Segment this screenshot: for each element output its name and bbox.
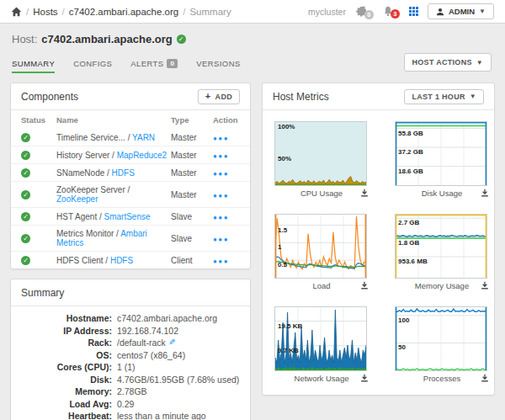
- service-link[interactable]: ZooKeeper: [56, 194, 98, 204]
- status-started-icon: ✓: [21, 168, 30, 178]
- plus-icon: +: [205, 93, 211, 100]
- summary-field: IP Address:192.168.74.102: [21, 325, 240, 338]
- breadcrumb-host[interactable]: c7402.ambari.apache.org: [69, 7, 178, 17]
- summary-field: Load Avg:0.29: [21, 398, 240, 411]
- download-icon[interactable]: [360, 374, 369, 382]
- status-started-icon: ✓: [21, 212, 30, 221]
- chevron-down-icon: ▼: [476, 59, 483, 66]
- service-link[interactable]: HDFS: [112, 168, 135, 178]
- tab-bar: SUMMARYCONFIGSALERTS0VERSIONS HOST ACTIO…: [12, 53, 493, 73]
- tab-alerts[interactable]: ALERTS0: [130, 59, 178, 73]
- status-started-icon: ✓: [21, 151, 30, 160]
- component-type: Master: [171, 164, 213, 182]
- host-actions-button[interactable]: HOST ACTIONS▼: [404, 53, 492, 72]
- tab-summary[interactable]: SUMMARY: [12, 59, 55, 73]
- component-type: Slave: [171, 226, 213, 252]
- user-icon: [436, 8, 444, 16]
- component-type: Master: [171, 182, 213, 208]
- service-link[interactable]: MapReduce2: [117, 151, 167, 160]
- summary-field: Cores (CPU):1 (1): [21, 361, 240, 374]
- tab-badge: 0: [167, 59, 178, 68]
- host-metrics-panel: Host Metrics LAST 1 HOUR▼ 100%50%CPU Usa…: [262, 82, 495, 396]
- component-actions-menu[interactable]: ●●●: [213, 214, 229, 221]
- field-label: Cores (CPU):: [21, 361, 117, 374]
- component-type: Master: [171, 129, 213, 146]
- download-icon[interactable]: [481, 281, 489, 290]
- download-icon[interactable]: [481, 189, 489, 197]
- service-link[interactable]: YARN: [132, 133, 155, 142]
- admin-menu-button[interactable]: ADMIN ▼: [428, 3, 494, 19]
- chart-title: CPU Usage: [300, 189, 343, 198]
- tab-versions[interactable]: VERSIONS: [196, 59, 240, 73]
- summary-field: Hostname:c7402.ambari.apache.org: [21, 312, 240, 325]
- field-label: Rack:: [21, 337, 117, 349]
- alerts-notifications-button[interactable]: 3: [383, 6, 400, 17]
- chart-plot[interactable]: 100%50%: [274, 121, 367, 186]
- component-actions-menu[interactable]: ●●●: [213, 236, 229, 243]
- summary-panel: Summary Hostname:c7402.ambari.apache.org…: [10, 279, 251, 420]
- add-component-button[interactable]: + ADD: [198, 89, 240, 104]
- chart-disk-usage: 55.8 GB37.2 GB18.6 GBDisk Usage: [395, 121, 489, 199]
- views-grid-icon[interactable]: [409, 7, 418, 16]
- operations-badge: 0: [364, 10, 374, 19]
- field-value: centos7 (x86_64): [117, 349, 185, 362]
- chart-cpu-usage: 100%50%CPU Usage: [274, 121, 369, 199]
- component-row: ✓Metrics Monitor / Ambari MetricsSlave●●…: [11, 226, 250, 252]
- time-range-button[interactable]: LAST 1 HOUR▼: [404, 89, 484, 104]
- breadcrumb-current: Summary: [189, 7, 231, 17]
- chart-plot[interactable]: 10050: [395, 306, 487, 371]
- component-name: Metrics Monitor /: [56, 229, 120, 238]
- field-value: 4.76GB/61.95GB (7.68% used): [117, 374, 239, 386]
- component-row: ✓HDFS Client / HDFSClient●●●: [11, 252, 250, 269]
- chart-plot[interactable]: 19.5 KB9.7 KB: [274, 306, 367, 371]
- field-value: less than a minute ago: [117, 410, 206, 420]
- summary-field: Heartbeat:less than a minute ago: [21, 410, 240, 420]
- service-link[interactable]: HDFS: [110, 256, 133, 265]
- chart-plot[interactable]: 2.7 GB1.8 GB953.6 MB: [395, 214, 487, 279]
- host-name: c7402.ambari.apache.org: [41, 33, 172, 45]
- chart-title: Processes: [423, 374, 460, 383]
- component-actions-menu[interactable]: ●●●: [213, 135, 229, 142]
- column-header-action: Action: [213, 110, 250, 129]
- component-actions-menu[interactable]: ●●●: [213, 192, 229, 199]
- field-label: OS:: [21, 349, 117, 362]
- chart-plot[interactable]: 55.8 GB37.2 GB18.6 GB: [395, 121, 487, 186]
- chart-load: 1.510.5Load: [274, 214, 369, 292]
- field-value: 192.168.74.102: [117, 325, 178, 338]
- service-link[interactable]: SmartSense: [104, 212, 151, 221]
- home-icon[interactable]: [11, 7, 22, 17]
- field-label: Hostname:: [21, 312, 117, 325]
- status-started-icon: ✓: [21, 133, 30, 142]
- chart-processes: 10050Processes: [395, 306, 489, 385]
- component-name: HDFS Client /: [56, 256, 110, 265]
- download-icon[interactable]: [360, 281, 369, 290]
- download-icon[interactable]: [481, 374, 489, 382]
- component-actions-menu[interactable]: ●●●: [213, 170, 229, 178]
- background-operations-button[interactable]: 0: [355, 6, 374, 18]
- summary-field: Memory:2.78GB: [21, 385, 240, 398]
- component-actions-menu[interactable]: ●●●: [213, 152, 229, 160]
- breadcrumb-hosts[interactable]: Hosts: [33, 7, 57, 17]
- component-row: ✓History Server / MapReduce2Master●●●: [11, 146, 250, 164]
- status-started-icon: ✓: [21, 256, 30, 265]
- summary-title: Summary: [21, 287, 64, 299]
- host-healthy-icon: ✓: [177, 35, 186, 44]
- tab-configs[interactable]: CONFIGS: [73, 59, 112, 73]
- field-value: 0.29: [117, 398, 134, 411]
- chart-plot[interactable]: 1.510.5: [274, 214, 367, 279]
- field-value: 2.78GB: [117, 385, 147, 398]
- component-name: Timeline Service... /: [56, 133, 132, 142]
- component-actions-menu[interactable]: ●●●: [213, 258, 229, 265]
- alerts-badge: 3: [391, 9, 400, 19]
- chart-title: Network Usage: [295, 374, 349, 383]
- component-name: ZooKeeper Server /: [56, 185, 130, 194]
- component-name: SNameNode /: [56, 168, 112, 178]
- download-icon[interactable]: [360, 189, 369, 197]
- chevron-down-icon: ▼: [479, 8, 486, 15]
- chart-title: Load: [312, 281, 330, 290]
- component-name: HST Agent /: [56, 212, 104, 221]
- page-title: Host: c7402.ambari.apache.org ✓: [12, 33, 495, 45]
- column-header-type: Type: [171, 110, 213, 129]
- components-panel: Components + ADD StatusNameTypeAction ✓T…: [10, 82, 251, 269]
- edit-rack-icon[interactable]: ✎: [168, 337, 175, 349]
